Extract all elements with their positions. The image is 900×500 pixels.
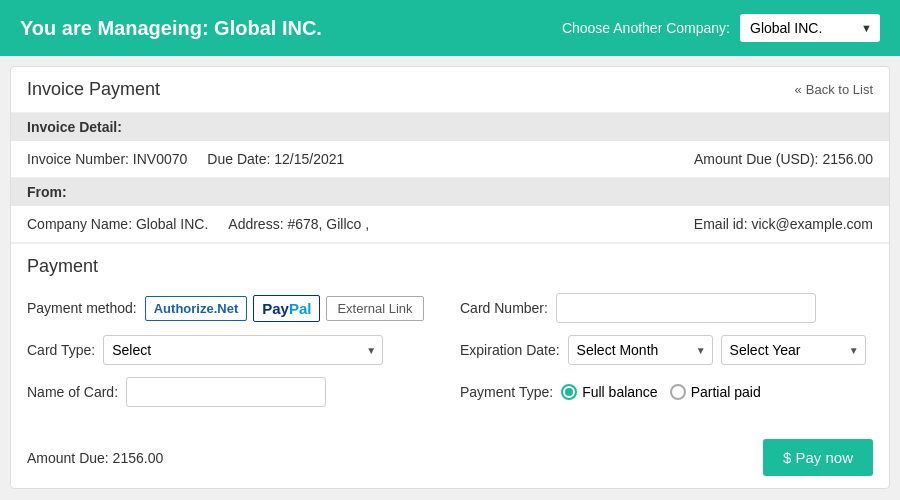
email-field: Email id: vick@example.com (694, 216, 873, 232)
payment-type-group: Payment Type: Full balance Partial paid (460, 384, 873, 400)
external-link-button[interactable]: External Link (326, 296, 423, 321)
amount-due-label: Amount Due (USD): (694, 151, 818, 167)
card-type-group: Card Type: Select Visa MasterCard Americ… (27, 335, 440, 365)
address-value: #678, Gillco , (287, 216, 369, 232)
year-select[interactable]: Select Year 202120222023 202420252026 (721, 335, 866, 365)
full-balance-option[interactable]: Full balance (561, 384, 658, 400)
payment-section-title: Payment (11, 243, 889, 285)
company-select-wrapper: Global INC. (740, 14, 880, 42)
from-header: From: (11, 178, 889, 206)
expiration-date-label: Expiration Date: (460, 342, 560, 358)
payment-method-group: Payment method: Authorize.Net PayPal Ext… (27, 295, 440, 322)
email-value: vick@example.com (751, 216, 873, 232)
name-of-card-group: Name of Card: (27, 377, 440, 407)
invoice-number-label: Invoice Number: (27, 151, 129, 167)
name-card-row: Name of Card: Payment Type: Full balance… (27, 377, 873, 407)
company-name-label: Company Name: (27, 216, 132, 232)
due-date-label: Due Date: (207, 151, 270, 167)
payment-type-label: Payment Type: (460, 384, 553, 400)
name-of-card-label: Name of Card: (27, 384, 118, 400)
invoice-detail-row: Invoice Number: INV0070 Due Date: 12/15/… (11, 141, 889, 178)
invoice-detail-header: Invoice Detail: (11, 113, 889, 141)
header: You are Manageing: Global INC. Choose An… (0, 0, 900, 56)
amount-due-field: Amount Due (USD): 2156.00 (694, 151, 873, 167)
invoice-payment-title: Invoice Payment (27, 79, 160, 100)
month-select-wrap: Select Month JanuaryFebruaryMarch AprilM… (568, 335, 713, 365)
full-balance-radio[interactable] (561, 384, 577, 400)
year-select-wrap: Select Year 202120222023 202420252026 (721, 335, 866, 365)
expiration-date-group: Expiration Date: Select Month JanuaryFeb… (460, 335, 873, 365)
company-select[interactable]: Global INC. (740, 14, 880, 42)
card-type-select-wrap: Select Visa MasterCard American Express (103, 335, 383, 365)
bottom-row: Amount Due: 2156.00 $ Pay now (11, 431, 889, 488)
month-select[interactable]: Select Month JanuaryFebruaryMarch AprilM… (568, 335, 713, 365)
invoice-payment-header: Invoice Payment Back to List (11, 67, 889, 113)
back-to-list-link[interactable]: Back to List (795, 82, 873, 97)
header-right: Choose Another Company: Global INC. (562, 14, 880, 42)
name-of-card-input[interactable] (126, 377, 326, 407)
payment-form: Payment method: Authorize.Net PayPal Ext… (11, 285, 889, 431)
email-label: Email id: (694, 216, 748, 232)
address-label: Address: (228, 216, 283, 232)
partial-paid-label: Partial paid (691, 384, 761, 400)
paypal-pal: Pal (289, 300, 312, 317)
card-type-select[interactable]: Select Visa MasterCard American Express (103, 335, 383, 365)
card-number-label: Card Number: (460, 300, 548, 316)
payment-method-buttons: Authorize.Net PayPal External Link (145, 295, 424, 322)
full-balance-label: Full balance (582, 384, 658, 400)
due-date-field: Due Date: 12/15/2021 (207, 151, 674, 167)
address-field: Address: #678, Gillco , (228, 216, 674, 232)
header-title: You are Manageing: Global INC. (20, 17, 322, 40)
due-date-value: 12/15/2021 (274, 151, 344, 167)
partial-paid-option[interactable]: Partial paid (670, 384, 761, 400)
main-card: Invoice Payment Back to List Invoice Det… (10, 66, 890, 489)
authnet-button[interactable]: Authorize.Net (145, 296, 248, 321)
payment-method-row: Payment method: Authorize.Net PayPal Ext… (27, 293, 873, 323)
card-type-row: Card Type: Select Visa MasterCard Americ… (27, 335, 873, 365)
amount-due-value: 2156.00 (822, 151, 873, 167)
paypal-pay: Pay (262, 300, 289, 317)
invoice-number-value: INV0070 (133, 151, 187, 167)
pay-now-button[interactable]: $ Pay now (763, 439, 873, 476)
paypal-button[interactable]: PayPal (253, 295, 320, 322)
payment-method-label: Payment method: (27, 300, 137, 316)
company-detail-row: Company Name: Global INC. Address: #678,… (11, 206, 889, 243)
card-number-group: Card Number: (460, 293, 873, 323)
amount-due-bottom: Amount Due: 2156.00 (27, 450, 163, 466)
payment-type-options: Full balance Partial paid (561, 384, 761, 400)
choose-company-label: Choose Another Company: (562, 20, 730, 36)
card-number-input[interactable] (556, 293, 816, 323)
company-name-field: Company Name: Global INC. (27, 216, 208, 232)
company-name-value: Global INC. (136, 216, 208, 232)
invoice-number-field: Invoice Number: INV0070 (27, 151, 187, 167)
partial-paid-radio[interactable] (670, 384, 686, 400)
card-type-label: Card Type: (27, 342, 95, 358)
